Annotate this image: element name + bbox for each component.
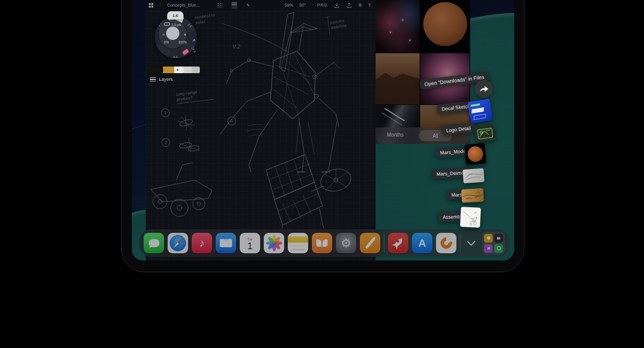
ipad-screen: connect to solar comms satellite V.2 lon… [132, 0, 514, 260]
drag-thumb-mars-model[interactable] [464, 143, 486, 165]
drag-thumb-mars-deimos[interactable] [463, 168, 485, 184]
drag-thumb-assembly[interactable] [460, 207, 481, 228]
drag-thumb-logo-detail[interactable] [474, 125, 495, 142]
drag-thumb-decal-sketches[interactable] [468, 99, 493, 123]
drag-thumb-mars[interactable] [461, 188, 484, 203]
drag-item-label[interactable]: Logo Detail [441, 123, 476, 136]
ipad-frame: connect to solar comms satellite V.2 lon… [121, 0, 524, 272]
drag-drop-layer: Open “Downloads” in Files Decal Sketches… [132, 0, 514, 260]
share-forward-icon [475, 80, 493, 98]
